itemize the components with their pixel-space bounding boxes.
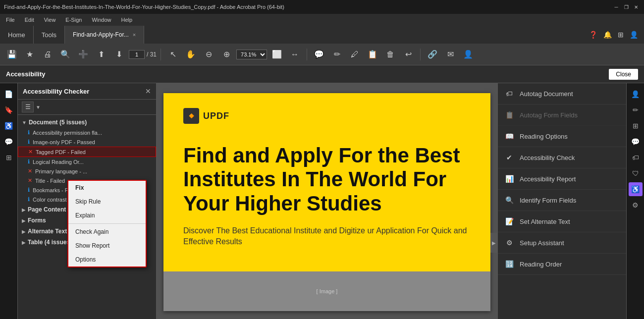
pdf-subtitle: Discover The Best Educational Institute … — [183, 225, 471, 248]
close-window-btn[interactable]: ✕ — [632, 3, 640, 11]
menu-help[interactable]: Help — [119, 16, 135, 24]
panel-title: Accessibility Checker — [23, 88, 89, 95]
toolbar-divider-3 — [420, 49, 421, 60]
zoom-plus-btn[interactable]: ⊕ — [218, 47, 234, 62]
zoom-in-btn[interactable]: ➕ — [75, 47, 91, 62]
status-fail-icon: ✕ — [28, 149, 33, 155]
far-right-person-btn[interactable]: 👤 — [629, 87, 643, 101]
side-bookmark-icon[interactable]: 🔖 — [2, 103, 16, 117]
content-row: 📄 🔖 ♿ 💬 ⊞ Accessibility Checker ✕ ☰ ▼ ▼ … — [0, 83, 644, 319]
pen-btn[interactable]: ✏ — [329, 47, 345, 62]
notifications-icon[interactable]: 🔔 — [603, 31, 612, 39]
far-right-shield-btn[interactable]: 🛡 — [629, 166, 643, 180]
menu-view[interactable]: View — [42, 16, 58, 24]
print-btn[interactable]: 🖨 — [40, 47, 55, 62]
menu-edit[interactable]: Edit — [23, 16, 36, 24]
tool-set-alternate-text[interactable]: 📝 Set Alternate Text — [498, 211, 626, 232]
tab-tools[interactable]: Tools — [34, 26, 65, 44]
tool-accessibility-report[interactable]: 📊 Accessibility Report — [498, 168, 626, 190]
accessibility-report-label: Accessibility Report — [520, 175, 576, 183]
left-side-icons: 📄 🔖 ♿ 💬 ⊞ — [0, 83, 18, 319]
toolbar-divider-1 — [161, 49, 161, 60]
tool-setup-assistant[interactable]: ⚙ Setup Assistant — [498, 232, 626, 254]
ctx-options-item[interactable]: Options — [68, 253, 146, 266]
menu-esign[interactable]: E-Sign — [63, 16, 84, 24]
far-right-accessibility-btn[interactable]: ♿ — [629, 182, 643, 196]
tool-accessibility-check[interactable]: ✔ Accessibility Check — [498, 147, 626, 168]
stamp-btn[interactable]: 📋 — [365, 47, 380, 62]
far-right-comment-btn[interactable]: 💬 — [629, 135, 643, 149]
link-btn[interactable]: 🔗 — [425, 47, 440, 62]
mail-btn[interactable]: ✉ — [442, 47, 458, 62]
zoom-select[interactable]: 73.1% 50% 100% 150% — [236, 50, 267, 59]
share-btn[interactable]: 👤 — [460, 47, 476, 62]
right-panel-tools: 🏷 Autotag Document 📋 Autotag Form Fields… — [498, 83, 626, 319]
menu-file[interactable]: File — [4, 16, 17, 24]
side-layers-icon[interactable]: ⊞ — [2, 151, 16, 164]
tab-doc-close[interactable]: × — [133, 32, 136, 38]
minimize-btn[interactable]: ─ — [612, 3, 620, 11]
zoom-out-btn[interactable]: 🔍 — [57, 47, 73, 62]
ctx-check-again-item[interactable]: Check Again — [68, 225, 146, 239]
window-controls[interactable]: ─ ❐ ✕ — [612, 3, 640, 11]
document-group-label: Document (5 issues) — [29, 119, 87, 126]
side-page-icon[interactable]: 📄 — [2, 87, 16, 101]
far-right-settings-btn[interactable]: ⚙ — [629, 198, 643, 212]
bookmark-btn[interactable]: ★ — [22, 47, 38, 62]
check-item-title-label: Title - Failed — [35, 178, 65, 184]
highlight-btn[interactable]: 🖊 — [347, 47, 363, 62]
status-fail-icon-3: ✕ — [28, 177, 32, 184]
panel-list-icon-btn[interactable]: ☰ — [22, 102, 34, 112]
panel-close-btn[interactable]: ✕ — [145, 87, 151, 95]
group-arrow-icon: ▼ — [22, 120, 27, 125]
far-right-pen-btn[interactable]: ✏ — [629, 103, 643, 117]
check-item-tagged-pdf-label: Tagged PDF - Failed — [36, 149, 86, 155]
side-accessibility-icon[interactable]: ♿ — [2, 119, 16, 133]
check-item-tagged-pdf[interactable]: ✕ Tagged PDF - Failed — [18, 147, 156, 157]
tab-home[interactable]: Home — [0, 26, 34, 44]
pdf-logo-text: UPDF — [203, 111, 229, 121]
fit-width-btn[interactable]: ↔ — [287, 47, 303, 62]
delete-btn[interactable]: 🗑 — [382, 47, 398, 62]
ctx-explain-item[interactable]: Explain — [68, 209, 146, 222]
ctx-skip-rule-item[interactable]: Skip Rule — [68, 195, 146, 209]
undo-btn[interactable]: ↩ — [400, 47, 416, 62]
pdf-image-area: [ Image ] — [163, 271, 490, 311]
accessibility-close-btn[interactable]: Close — [609, 69, 638, 80]
status-info-icon-3: ℹ — [28, 159, 30, 165]
cursor-btn[interactable]: ↖ — [165, 47, 181, 62]
far-right-expand-btn[interactable]: ⊞ — [629, 119, 643, 133]
autotag-form-label: Autotag Form Fields — [520, 111, 578, 119]
side-comment-icon[interactable]: 💬 — [2, 135, 16, 149]
check-item-primary-language[interactable]: ✕ Primary language - ... — [18, 166, 156, 176]
hand-btn[interactable]: ✋ — [183, 47, 199, 62]
tab-document[interactable]: Find-and-Apply-For... × — [65, 26, 144, 44]
fit-page-btn[interactable]: ⬜ — [269, 47, 285, 62]
apps-icon[interactable]: ⊞ — [618, 31, 624, 39]
ctx-fix-item[interactable]: Fix — [68, 181, 146, 195]
identify-form-label: Identify Form Fields — [520, 197, 576, 204]
pdf-image-placeholder: [ Image ] — [317, 288, 338, 294]
prev-page-btn[interactable]: ⬆ — [93, 47, 109, 62]
zoom-minus-btn[interactable]: ⊖ — [201, 47, 216, 62]
page-input[interactable] — [129, 50, 145, 59]
check-item-logical-reading[interactable]: ℹ Logical Reading Or... — [18, 157, 156, 166]
restore-btn[interactable]: ❐ — [622, 3, 630, 11]
check-item-permission[interactable]: ℹ Accessibility permission fla... — [18, 128, 156, 137]
menu-window[interactable]: Window — [90, 16, 113, 24]
tool-identify-form-fields[interactable]: 🔍 Identify Form Fields — [498, 190, 626, 211]
profile-icon[interactable]: 👤 — [630, 31, 638, 39]
next-page-btn[interactable]: ⬇ — [111, 47, 127, 62]
help-icon[interactable]: ❓ — [589, 31, 597, 39]
tool-reading-options[interactable]: 📖 Reading Options — [498, 126, 626, 147]
ctx-show-report-item[interactable]: Show Report — [68, 239, 146, 253]
document-group[interactable]: ▼ Document (5 issues) — [18, 117, 156, 128]
far-right-tag-btn[interactable]: 🏷 — [629, 151, 643, 164]
tool-autotag-document[interactable]: 🏷 Autotag Document — [498, 83, 626, 105]
comment-btn[interactable]: 💬 — [311, 47, 327, 62]
save-btn[interactable]: 💾 — [4, 47, 20, 62]
ctx-separator — [68, 223, 146, 224]
right-panel-expand-handle[interactable]: ▶ — [490, 233, 497, 253]
tool-reading-order[interactable]: 🔢 Reading Order — [498, 254, 626, 275]
check-item-image-only[interactable]: ℹ Image-only PDF - Passed — [18, 137, 156, 147]
